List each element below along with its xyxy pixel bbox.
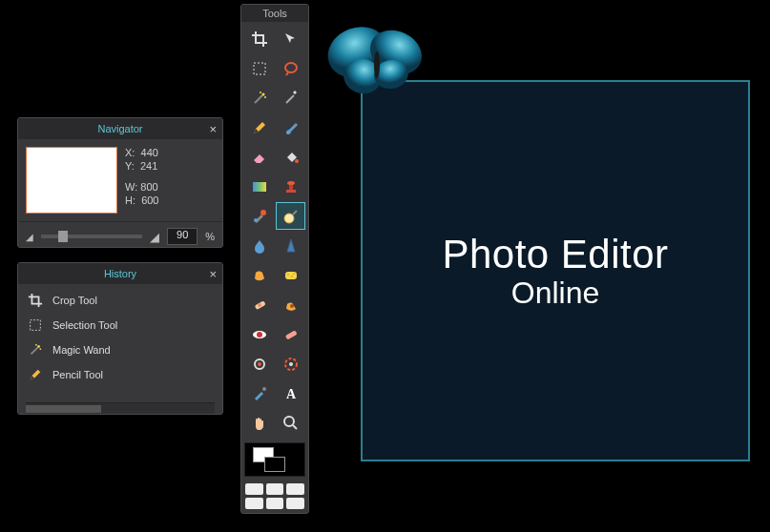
close-icon[interactable]: × — [209, 268, 217, 280]
screen-mode-4[interactable] — [245, 498, 263, 509]
sponge-tool[interactable] — [276, 261, 305, 289]
svg-point-18 — [287, 274, 289, 276]
svg-point-8 — [260, 92, 261, 93]
gradient-tool[interactable] — [244, 173, 274, 200]
history-item[interactable]: Crop Tool — [18, 288, 222, 313]
history-item-label: Magic Wand — [52, 344, 111, 356]
stamp-tool[interactable] — [276, 173, 305, 200]
screen-mode-full[interactable] — [286, 483, 304, 495]
heal-tool[interactable] — [244, 291, 274, 318]
background-color[interactable] — [264, 457, 285, 472]
svg-point-2 — [39, 348, 41, 350]
eyedropper-tool[interactable] — [244, 379, 274, 407]
history-header: History × — [18, 263, 222, 284]
history-item[interactable]: Magic Wand — [18, 338, 222, 362]
y-label: Y: — [125, 160, 135, 172]
wand-tool[interactable] — [244, 84, 274, 112]
blur-tool[interactable] — [244, 232, 274, 259]
x-label: X: — [125, 147, 135, 158]
color-replace-icon — [251, 208, 268, 225]
pencil-tool[interactable] — [244, 113, 274, 141]
lasso-tool[interactable] — [276, 54, 305, 82]
history-item-label: Crop Tool — [52, 295, 97, 306]
spot-heal-tool[interactable] — [276, 320, 305, 348]
dodge-tool[interactable] — [276, 202, 305, 230]
wand-icon — [251, 90, 268, 107]
crop-tool[interactable] — [244, 25, 274, 52]
navigator-title: Navigator — [97, 123, 142, 134]
screen-mode-6[interactable] — [286, 498, 304, 509]
zoom-in-icon[interactable]: ◢ — [150, 230, 159, 244]
svg-point-28 — [258, 362, 261, 366]
color-replace-tool[interactable] — [244, 202, 274, 230]
brush-tool[interactable] — [276, 113, 305, 141]
type-icon: A — [282, 385, 300, 402]
navigator-header: Navigator × — [18, 118, 222, 139]
marquee-tool[interactable] — [244, 54, 274, 82]
heal-icon — [251, 297, 268, 314]
zoom-value-input[interactable]: 90 — [167, 228, 198, 245]
svg-rect-10 — [253, 182, 266, 192]
liquify-tool[interactable] — [276, 350, 305, 378]
y-value: 241 — [140, 160, 157, 172]
history-item[interactable]: Pencil Tool — [18, 362, 222, 387]
wand-alt-tool[interactable] — [276, 84, 305, 112]
liquify-icon — [282, 356, 300, 373]
color-swatch[interactable] — [244, 442, 305, 477]
history-item[interactable]: Selection Tool — [18, 313, 222, 338]
svg-point-5 — [285, 63, 297, 72]
close-icon[interactable]: × — [209, 123, 217, 135]
wand-icon — [28, 341, 43, 358]
navigator-panel: Navigator × X: 440 Y: 241 W: 800 H: 600 … — [17, 117, 223, 248]
move-icon — [282, 31, 300, 48]
hand-tool[interactable] — [244, 409, 274, 437]
sponge-icon — [282, 267, 300, 284]
marquee-icon — [28, 317, 43, 334]
navigator-coords: X: 440 Y: 241 W: 800 H: 600 — [125, 147, 158, 214]
eyedropper-icon — [251, 385, 268, 402]
svg-point-34 — [321, 19, 395, 86]
svg-rect-11 — [286, 190, 296, 193]
history-item-label: Pencil Tool — [52, 369, 103, 380]
sharpen-icon — [282, 237, 300, 255]
svg-point-35 — [363, 22, 428, 83]
history-title: History — [104, 268, 136, 279]
svg-rect-26 — [284, 330, 297, 339]
navigator-thumbnail[interactable] — [26, 147, 117, 214]
smudge-tool[interactable] — [244, 261, 274, 289]
screen-mode-full-menu[interactable] — [266, 483, 284, 495]
sharpen-tool[interactable] — [276, 232, 305, 259]
spot-heal-icon — [282, 326, 300, 343]
lasso-icon — [282, 60, 300, 77]
svg-text:A: A — [285, 387, 296, 401]
svg-rect-17 — [285, 272, 297, 279]
screen-mode-5[interactable] — [266, 498, 284, 509]
brand-title: Photo Editor — [442, 232, 668, 277]
zoom-out-icon[interactable]: ◢ — [26, 232, 33, 242]
redeye-tool[interactable] — [244, 320, 274, 348]
history-item-label: Selection Tool — [52, 319, 117, 331]
eraser-tool[interactable] — [244, 143, 274, 171]
pencil-icon — [251, 119, 268, 136]
burn-icon — [282, 297, 300, 314]
pinch-icon — [251, 356, 268, 373]
svg-point-19 — [291, 276, 293, 277]
svg-point-33 — [284, 417, 294, 426]
dodge-icon — [282, 208, 300, 225]
hand-icon — [251, 415, 268, 432]
w-value: 800 — [140, 181, 157, 193]
w-label: W: — [125, 181, 137, 193]
move-tool[interactable] — [276, 25, 305, 52]
svg-point-30 — [289, 362, 293, 366]
history-scrollbar[interactable] — [26, 402, 215, 414]
fill-icon — [282, 149, 300, 166]
svg-point-3 — [35, 344, 37, 346]
fill-tool[interactable] — [276, 143, 305, 171]
screen-mode-standard[interactable] — [245, 483, 263, 495]
type-tool[interactable]: A — [276, 379, 305, 407]
zoom-tool[interactable] — [276, 409, 305, 437]
svg-point-23 — [290, 304, 294, 308]
pinch-tool[interactable] — [244, 350, 274, 378]
burn-tool[interactable] — [276, 291, 305, 318]
zoom-slider[interactable] — [41, 235, 142, 238]
